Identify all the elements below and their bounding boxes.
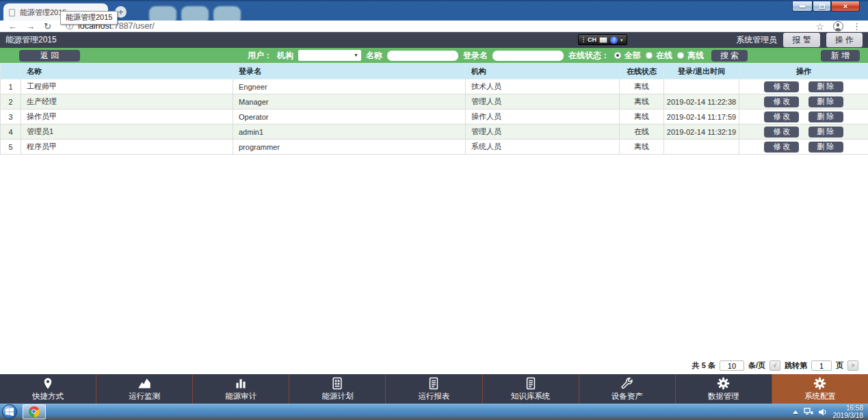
jump-label: 跳转第	[785, 360, 807, 371]
back-icon[interactable]: ←	[8, 22, 17, 31]
edit-button[interactable]: 修 改	[764, 96, 799, 107]
cell-login: Manager	[233, 94, 466, 109]
ime-options-icon[interactable]: ▾	[620, 38, 623, 42]
cell-org: 技术人员	[466, 79, 620, 94]
cell-time: 2019-02-14 11:17:59	[664, 109, 739, 124]
nav-item-energy-plan[interactable]: 能源计划	[289, 374, 386, 404]
nav-item-run-monitoring[interactable]: 运行监测	[96, 374, 193, 404]
gear-icon	[813, 376, 827, 391]
cell-org: 管理人员	[466, 94, 620, 109]
delete-button[interactable]: 删 除	[808, 142, 843, 153]
page-icon	[9, 9, 15, 16]
table-header-row: 名称 登录名 机构 在线状态 登录/退出时间 操作	[1, 64, 868, 79]
delete-button[interactable]: 删 除	[808, 81, 843, 92]
wrench-icon	[620, 376, 634, 391]
cell-org: 操作人员	[466, 109, 620, 124]
org-select[interactable]: ▼	[298, 50, 361, 61]
nav-item-run-report[interactable]: 运行报表	[386, 374, 482, 404]
operation-button[interactable]: 操 作	[826, 33, 863, 47]
gear-icon	[716, 376, 731, 391]
table-row: 3 操作员甲 Operator 操作人员 离线 2019-02-14 11:17…	[1, 109, 868, 124]
cell-org: 管理人员	[466, 124, 620, 140]
nav-item-energy-audit[interactable]: 能源审计	[193, 374, 289, 404]
nav-label: 快捷方式	[32, 391, 64, 402]
delete-button[interactable]: 删 除	[808, 111, 843, 122]
browser-menu-icon[interactable]: ⋮	[852, 22, 861, 31]
edit-button[interactable]: 修 改	[764, 142, 799, 153]
name-input[interactable]	[387, 51, 458, 61]
ime-language-label[interactable]: CH	[588, 36, 596, 43]
edit-button[interactable]: 修 改	[764, 127, 799, 137]
edit-button[interactable]: 修 改	[764, 111, 799, 122]
login-input[interactable]	[492, 51, 564, 61]
status-radio-offline[interactable]: 离线	[677, 50, 704, 62]
close-button[interactable]: ×	[831, 1, 860, 12]
add-user-button[interactable]: 新 增	[821, 50, 860, 62]
nav-label: 知识库系统	[511, 391, 551, 402]
chrome-taskbar-button[interactable]	[23, 404, 46, 419]
tray-expand-icon[interactable]	[793, 410, 798, 414]
clock[interactable]: 16:58 2019/3/18	[833, 404, 864, 419]
refresh-icon[interactable]: ↻	[44, 22, 51, 31]
cell-time: 2019-02-14 11:32:19	[664, 124, 739, 140]
nav-item-shortcuts[interactable]: 快捷方式	[0, 374, 96, 404]
cell-time: 2019-02-14 11:22:38	[664, 94, 739, 109]
status-radio-online[interactable]: 在线	[646, 50, 672, 62]
search-toolbar: 返 回 用户： 机构 ▼ 名称 登录名 在线状态： 全部 在线 离线 搜 索	[0, 48, 868, 63]
per-page-label: 条/页	[748, 360, 765, 371]
forward-icon[interactable]: →	[26, 22, 35, 31]
toolbar-right: ☆ ⋮	[815, 21, 861, 32]
volume-icon[interactable]	[819, 408, 828, 416]
profile-avatar-icon[interactable]	[833, 21, 843, 31]
network-icon[interactable]	[804, 408, 813, 416]
delete-button[interactable]: 删 除	[808, 96, 843, 107]
ime-help-icon[interactable]: ?	[610, 36, 618, 44]
app-header: 能源管理2015 系统管理员 报 警 操 作	[0, 32, 868, 48]
radio-icon[interactable]	[646, 52, 653, 59]
cell-status: 离线	[620, 94, 664, 109]
radio-icon[interactable]	[677, 52, 684, 59]
edit-button[interactable]: 修 改	[764, 81, 799, 92]
time-column-header: 登录/退出时间	[664, 64, 739, 79]
cell-status: 离线	[620, 109, 664, 124]
page-number-input[interactable]	[811, 360, 832, 371]
confirm-page-size-button[interactable]: √	[770, 360, 780, 371]
nav-item-system-config[interactable]: 系统配置	[772, 374, 868, 404]
radio-all-label: 全部	[624, 50, 641, 62]
windows-taskbar: 16:58 2019/3/18	[0, 404, 868, 420]
browser-toolbar: ← → ↻ ⓘ localhost:7887/user/ ☆ ⋮	[0, 21, 868, 32]
cell-name: 生产经理	[21, 94, 233, 109]
minimize-icon	[800, 5, 805, 8]
ime-grip-icon[interactable]	[582, 36, 585, 43]
chrome-icon	[29, 406, 40, 417]
doc-grid-icon	[330, 376, 344, 391]
nav-item-knowledge-base[interactable]: 知识库系统	[483, 374, 579, 404]
cell-actions: 修 改 删 除	[739, 79, 868, 94]
nav-label: 运行报表	[418, 391, 449, 402]
go-page-button[interactable]: >	[847, 360, 858, 371]
status-radio-all[interactable]: 全部	[614, 50, 641, 62]
nav-label: 能源审计	[225, 391, 257, 402]
restore-icon	[819, 4, 825, 9]
cell-name: 管理员1	[21, 124, 233, 140]
minimize-button[interactable]	[792, 1, 813, 12]
page-unit-label: 页	[836, 360, 843, 371]
radio-offline-label: 离线	[687, 50, 704, 62]
page-size-input[interactable]	[720, 360, 744, 371]
search-button[interactable]: 搜 索	[711, 50, 748, 62]
keyboard-icon[interactable]	[599, 37, 607, 43]
restore-button[interactable]	[813, 1, 831, 12]
delete-button[interactable]: 删 除	[808, 127, 843, 137]
nav-item-equipment-assets[interactable]: 设备资产	[579, 374, 676, 404]
alarm-button[interactable]: 报 警	[783, 33, 819, 47]
ime-language-bar[interactable]: CH ? ▾	[578, 34, 627, 45]
pagination: 共 5 条 条/页 √ 跳转第 页 >	[692, 360, 858, 371]
radio-icon[interactable]	[614, 52, 621, 59]
screen: 能源管理2015 × + × 能源管理2015 ← → ↻ ⓘ localhos…	[0, 0, 868, 420]
start-button[interactable]	[2, 404, 17, 419]
nav-item-data-management[interactable]: 数据管理	[676, 374, 772, 404]
nav-label: 设备资产	[611, 391, 643, 402]
bookmark-star-icon[interactable]: ☆	[815, 22, 824, 31]
doc-lines-icon	[427, 376, 440, 391]
back-page-button[interactable]: 返 回	[19, 50, 80, 62]
